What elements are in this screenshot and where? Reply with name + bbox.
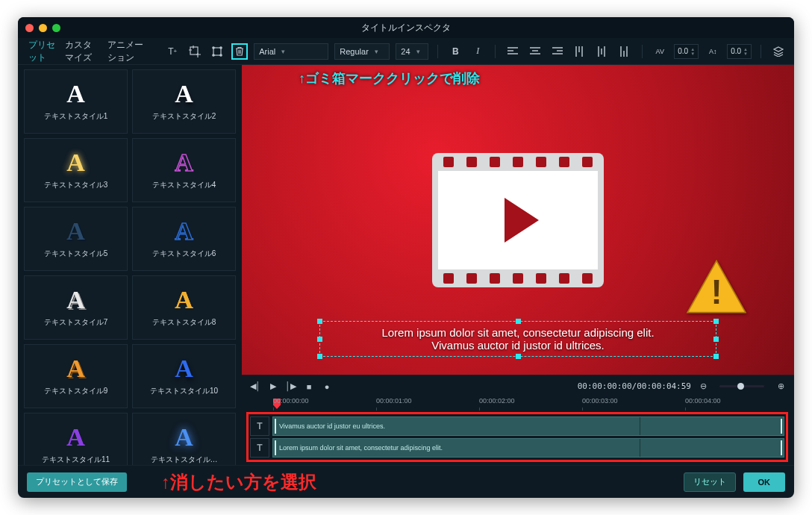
- preset-label: テキストスタイル3: [44, 180, 108, 190]
- chevron-down-icon: ▾: [281, 48, 285, 55]
- footer: プリセットとして保存 ↑消したい方を選択 リセット OK: [18, 465, 794, 498]
- preset-label: テキストスタイル7: [44, 317, 108, 328]
- svg-rect-1: [213, 48, 221, 55]
- zoom-slider[interactable]: [719, 385, 764, 387]
- ruler-tick: 00:00:02:00: [479, 397, 582, 412]
- svg-point-5: [220, 54, 222, 55]
- align-middle-icon[interactable]: [594, 43, 610, 60]
- timeline-clip[interactable]: Lorem ipsum dolor sit amet, consectetur …: [272, 438, 784, 458]
- align-center-icon[interactable]: [527, 43, 543, 60]
- preset-item[interactable]: Aテキストスタイル2: [132, 69, 236, 134]
- preset-item[interactable]: Aテキストスタイル5: [24, 207, 128, 271]
- annotation-select-hint: ↑消したい方を選択: [161, 470, 316, 494]
- timeline-clip[interactable]: Vivamus auctor id justor eu ultrices.: [272, 416, 784, 436]
- preset-label: テキストスタイル2: [152, 111, 216, 122]
- zoom-in-button[interactable]: ⊕: [775, 381, 787, 393]
- preset-item[interactable]: Aテキストスタイル…: [132, 413, 236, 465]
- minimize-window-button[interactable]: [39, 24, 47, 32]
- preview-canvas[interactable]: ↑ゴミ箱マーククリックで削除 ! Lorem ipsum dolor sit a…: [242, 65, 794, 375]
- preset-item[interactable]: Aテキストスタイル8: [132, 275, 236, 340]
- play-icon: [505, 198, 539, 243]
- record-button[interactable]: ●: [321, 381, 333, 393]
- warning-icon: !: [684, 258, 749, 315]
- reset-button[interactable]: リセット: [684, 472, 736, 492]
- play-button[interactable]: ▶: [267, 381, 279, 393]
- mode-tabs: プリセット カスタマイズ アニメーション: [18, 39, 157, 64]
- canvas-text-line1: Lorem ipsum dolor sit amet, consectetur …: [323, 326, 713, 339]
- align-top-icon[interactable]: [572, 43, 588, 60]
- ruler-tick: 00:00:04:00: [685, 397, 788, 412]
- tab-customize[interactable]: カスタマイズ: [65, 39, 99, 64]
- preset-item[interactable]: Aテキストスタイル10: [132, 344, 236, 408]
- font-size-dropdown[interactable]: 24▾: [396, 43, 428, 60]
- preset-item[interactable]: Aテキストスタイル4: [132, 138, 236, 202]
- toolbar-row: プリセット カスタマイズ アニメーション T+ Arial▾ Regular▾ …: [18, 38, 794, 65]
- layers-icon[interactable]: [770, 43, 787, 60]
- preset-item[interactable]: Aテキストスタイル11: [24, 413, 128, 465]
- track-head[interactable]: T: [250, 416, 269, 436]
- font-family-dropdown[interactable]: Arial▾: [254, 43, 328, 60]
- font-family-value: Arial: [259, 47, 275, 56]
- divider: [761, 45, 761, 58]
- font-size-value: 24: [401, 47, 410, 56]
- body: Aテキストスタイル1Aテキストスタイル2Aテキストスタイル3Aテキストスタイル4…: [18, 65, 794, 465]
- prev-frame-button[interactable]: ◀│: [249, 381, 261, 393]
- svg-point-3: [220, 46, 222, 48]
- track-head[interactable]: T: [250, 438, 269, 458]
- time-ruler[interactable]: 00:00:00:0000:00:01:0000:00:02:0000:00:0…: [246, 397, 788, 412]
- preset-item[interactable]: Aテキストスタイル1: [24, 69, 128, 134]
- preset-item[interactable]: Aテキストスタイル3: [24, 138, 128, 202]
- preset-sidebar: Aテキストスタイル1Aテキストスタイル2Aテキストスタイル3Aテキストスタイル4…: [18, 65, 242, 465]
- preset-label: テキストスタイル10: [150, 386, 218, 396]
- italic-icon[interactable]: I: [469, 43, 486, 60]
- preset-label: テキストスタイル5: [44, 249, 108, 259]
- preset-label: テキストスタイル11: [42, 455, 110, 465]
- chevron-down-icon: ▾: [416, 48, 420, 55]
- ruler-tick: 00:00:03:00: [582, 397, 685, 412]
- next-frame-button[interactable]: │▶: [285, 381, 297, 393]
- window-title: タイトルインスペクタ: [18, 22, 794, 34]
- main-panel: ↑ゴミ箱マーククリックで削除 ! Lorem ipsum dolor sit a…: [242, 65, 794, 465]
- tab-animation[interactable]: アニメーション: [107, 39, 146, 64]
- clip-label: Vivamus auctor id justor eu ultrices.: [279, 422, 385, 430]
- divider: [642, 45, 643, 58]
- divider: [437, 45, 438, 58]
- crop-icon[interactable]: [187, 43, 203, 60]
- text-selection-box[interactable]: Lorem ipsum dolor sit amet, consectetur …: [319, 321, 717, 357]
- ruler-tick: 00:00:00:00: [273, 397, 376, 412]
- save-preset-button[interactable]: プリセットとして保存: [27, 472, 127, 492]
- maximize-window-button[interactable]: [52, 24, 60, 32]
- line-spacing-input[interactable]: 0.0▲▼: [727, 44, 752, 59]
- preset-item[interactable]: Aテキストスタイル7: [24, 275, 128, 340]
- preset-label: テキストスタイル1: [44, 111, 108, 122]
- preset-item[interactable]: Aテキストスタイル9: [24, 344, 128, 408]
- letter-spacing-icon: AV: [652, 43, 668, 60]
- font-weight-dropdown[interactable]: Regular▾: [334, 43, 390, 60]
- timeline: 00:00:00:0000:00:01:0000:00:02:0000:00:0…: [242, 397, 794, 465]
- ok-button[interactable]: OK: [743, 472, 786, 492]
- align-bottom-icon[interactable]: [616, 43, 633, 60]
- svg-rect-0: [190, 47, 198, 54]
- preset-label: テキストスタイル6: [152, 249, 216, 259]
- line-spacing-icon: A↕: [705, 43, 721, 60]
- preset-item[interactable]: Aテキストスタイル6: [132, 207, 236, 271]
- bold-icon[interactable]: B: [447, 43, 463, 60]
- preset-label: テキストスタイル4: [152, 180, 216, 190]
- stop-button[interactable]: ■: [303, 381, 315, 393]
- close-window-button[interactable]: [25, 24, 34, 32]
- letter-spacing-input[interactable]: 0.0▲▼: [674, 44, 699, 59]
- canvas-text-line2: Vivamus auctor id justor id ultrices.: [323, 339, 713, 352]
- transform-icon[interactable]: [209, 43, 225, 60]
- tab-preset[interactable]: プリセット: [28, 39, 56, 64]
- zoom-out-button[interactable]: ⊖: [697, 381, 709, 393]
- align-right-icon[interactable]: [549, 43, 566, 60]
- text-toolbar: T+ Arial▾ Regular▾ 24▾ B I: [157, 43, 794, 60]
- divider: [495, 45, 496, 58]
- app-window: タイトルインスペクタ プリセット カスタマイズ アニメーション T+ Arial…: [18, 17, 794, 498]
- track-row: TLorem ipsum dolor sit amet, consectetur…: [250, 438, 784, 458]
- trash-icon[interactable]: [231, 43, 248, 60]
- add-text-icon[interactable]: T+: [164, 43, 181, 60]
- ruler-tick: 00:00:01:00: [376, 397, 479, 412]
- align-left-icon[interactable]: [505, 43, 521, 60]
- playback-bar: ◀│ ▶ │▶ ■ ● 00:00:00:00/00:00:04:59 ⊖ ⊕: [242, 375, 794, 397]
